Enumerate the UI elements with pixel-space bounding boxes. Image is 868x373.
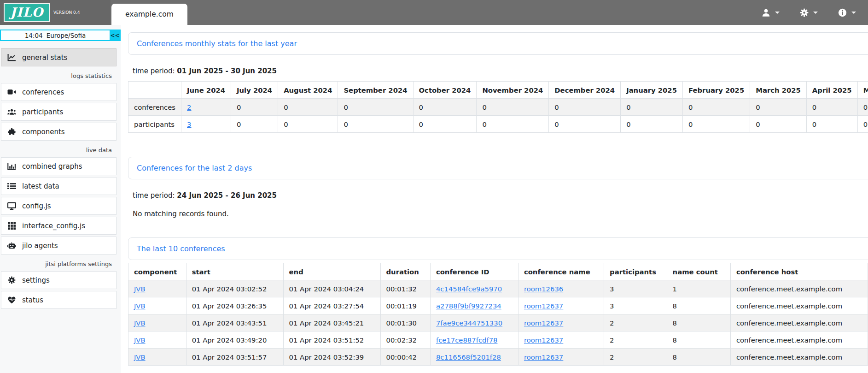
monthly-stats-table: June 2024July 2024August 2024September 2… [128, 81, 868, 133]
column-header: November 2024 [477, 82, 549, 99]
user-icon [762, 8, 770, 17]
conference-name-link[interactable]: room12637 [524, 319, 563, 327]
column-header: end [283, 263, 380, 280]
table-header-row: June 2024July 2024August 2024September 2… [128, 82, 868, 99]
column-header: participants [604, 263, 667, 280]
conference-name-link[interactable]: room12637 [524, 336, 563, 344]
chevron-down-icon [775, 12, 780, 14]
video-camera-icon [7, 88, 16, 96]
section-title: The last 10 conferences [137, 244, 225, 253]
info-icon [838, 8, 847, 17]
chevron-down-icon [851, 12, 856, 14]
grid-icon [7, 222, 16, 230]
sidebar-section-label-live-data: live data [0, 142, 117, 157]
users-icon [7, 108, 16, 116]
table-header-row: componentstartenddurationconference IDco… [128, 263, 868, 280]
conference-name-link[interactable]: room12636 [524, 285, 563, 293]
sidebar-item-label: combined graphs [22, 162, 82, 171]
sidebar-item-label: latest data [22, 182, 59, 190]
conference-id-link[interactable]: 7fae9ce344751330 [436, 319, 502, 327]
component-link[interactable]: JVB [134, 319, 146, 327]
settings-menu[interactable] [800, 8, 818, 17]
time-period-line: time period: 01 Jun 2025 - 30 Jun 2025 [133, 67, 868, 75]
stat-link[interactable]: 3 [187, 120, 191, 128]
conference-id-link[interactable]: fce17ce887fcdf78 [436, 336, 498, 344]
list-icon [7, 182, 16, 190]
puzzle-icon [7, 128, 16, 136]
sidebar-item-conferences[interactable]: conferences [1, 83, 117, 101]
column-header: component [128, 263, 186, 280]
column-header: September 2024 [338, 82, 413, 99]
robot-icon [7, 242, 16, 249]
sidebar-item-combined-graphs[interactable]: combined graphs [1, 157, 117, 175]
column-header: conference name [518, 263, 604, 280]
component-link[interactable]: JVB [134, 285, 146, 293]
column-header: October 2024 [413, 82, 477, 99]
sidebar-collapse-button[interactable]: << [110, 30, 120, 40]
info-menu[interactable] [838, 8, 856, 17]
section-card-last-2-days: Conferences for the last 2 days [128, 157, 868, 179]
time-period-label: time period: [133, 191, 175, 200]
sidebar-item-interface-config-js[interactable]: interface_config.js [1, 217, 117, 235]
main-content: Conferences monthly stats for the last y… [121, 25, 868, 373]
time-period-label: time period: [133, 67, 175, 75]
conference-name-link[interactable]: room12637 [524, 302, 563, 310]
conference-name-link[interactable]: room12637 [524, 353, 563, 361]
component-link[interactable]: JVB [134, 302, 146, 310]
column-header: February 2025 [682, 82, 750, 99]
user-menu[interactable] [762, 8, 780, 17]
gear-icon [7, 276, 16, 284]
sidebar-item-jilo-agents[interactable]: jilo agents [1, 237, 117, 255]
table-row: JVB01 Apr 2024 03:02:5201 Apr 2024 03:04… [128, 280, 868, 297]
sidebar-item-label: conferences [22, 88, 64, 96]
clock-time: 14:04 [25, 32, 43, 39]
table-row: JVB01 Apr 2024 03:43:5101 Apr 2024 03:45… [128, 314, 868, 332]
sidebar-item-general-stats[interactable]: general stats [1, 48, 117, 66]
app-logo: JILO [4, 3, 50, 22]
table-row: conferences2000000000000 [128, 99, 868, 116]
column-header: March 2025 [750, 82, 807, 99]
sidebar-item-label: config.js [22, 202, 51, 210]
section-card-last-10-conferences: The last 10 conferences [128, 237, 868, 260]
column-header: conference ID [430, 263, 518, 280]
sidebar-item-config-js[interactable]: config.js [1, 197, 117, 215]
stat-link[interactable]: 2 [187, 103, 191, 111]
sidebar-item-status[interactable]: status [1, 291, 117, 309]
table-row: JVB01 Apr 2024 03:51:5701 Apr 2024 03:52… [128, 349, 868, 366]
chart-line-icon [7, 53, 16, 61]
sidebar-item-settings[interactable]: settings [1, 271, 117, 289]
platform-tab-label: example.com [125, 10, 174, 18]
topbar-menus [762, 0, 868, 25]
app-version: VERSION 0.4 [53, 10, 80, 15]
platform-tab[interactable]: example.com [111, 4, 187, 25]
section-card-monthly-stats: Conferences monthly stats for the last y… [128, 32, 868, 55]
component-link[interactable]: JVB [134, 336, 146, 344]
sidebar-item-label: general stats [22, 53, 67, 62]
sidebar-item-latest-data[interactable]: latest data [1, 177, 117, 195]
monitor-icon [7, 202, 16, 210]
column-header: conference host [730, 263, 868, 280]
time-period-value: 01 Jun 2025 - 30 Jun 2025 [177, 67, 277, 75]
chevron-down-icon [813, 12, 818, 14]
table-row: JVB01 Apr 2024 03:49:2001 Apr 2024 03:51… [128, 332, 868, 349]
column-header [128, 82, 181, 99]
clock-timezone: Europe/Sofia [47, 32, 86, 39]
sidebar-item-components[interactable]: components [1, 123, 117, 141]
time-period-line: time period: 24 Jun 2025 - 26 Jun 2025 [133, 191, 868, 200]
conference-id-link[interactable]: a2788f9bf9927234 [436, 302, 501, 310]
top-bar: JILO VERSION 0.4 example.com [0, 0, 868, 25]
row-label: participants [128, 116, 181, 133]
clock-widget: 14:04 Europe/Sofia << [0, 30, 121, 41]
column-header: August 2024 [278, 82, 338, 99]
sidebar-item-label: status [22, 296, 43, 304]
column-header: April 2025 [806, 82, 857, 99]
column-header: May 2025 [857, 82, 868, 99]
sidebar-item-label: interface_config.js [22, 222, 85, 230]
conference-id-link[interactable]: 4c14584fce9a5970 [436, 285, 502, 293]
sidebar-item-participants[interactable]: participants [1, 103, 117, 121]
gear-icon [800, 8, 809, 17]
component-link[interactable]: JVB [134, 353, 146, 361]
last-10-conferences-table: componentstartenddurationconference IDco… [128, 263, 868, 366]
column-header: name count [667, 263, 730, 280]
conference-id-link[interactable]: 8c116568f5201f28 [436, 353, 501, 361]
